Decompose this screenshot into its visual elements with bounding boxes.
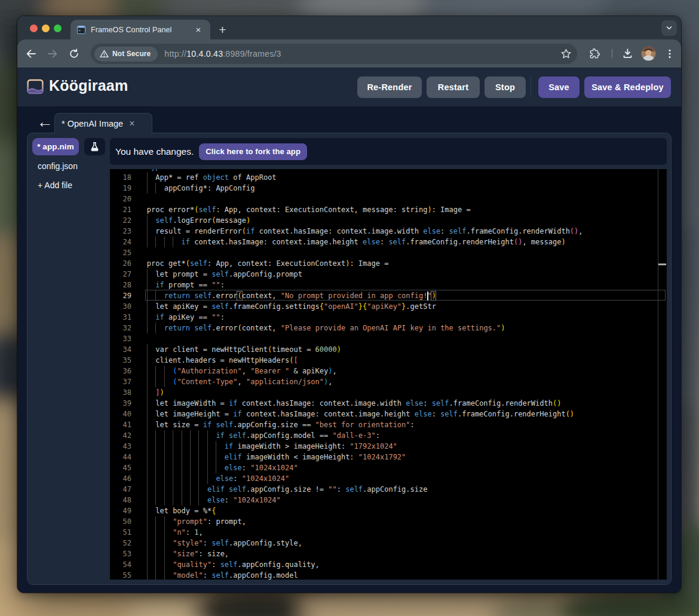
debug-flask-button[interactable]	[84, 138, 105, 155]
code-line[interactable]: 28 if prompt == "":	[110, 280, 667, 290]
code-line[interactable]: 25	[110, 247, 667, 258]
line-number[interactable]: 25	[110, 247, 131, 258]
line-number[interactable]: 23	[110, 226, 131, 237]
tab-search-button[interactable]	[661, 20, 677, 36]
line-number[interactable]: 27	[110, 269, 131, 280]
line-number[interactable]: 36	[110, 366, 131, 376]
bookmark-button[interactable]	[560, 48, 572, 60]
code-line[interactable]: 49 let body = %*{	[110, 505, 667, 516]
line-number[interactable]: 21	[110, 204, 131, 215]
line-number[interactable]: 18	[110, 172, 131, 183]
line-number[interactable]: 24	[110, 237, 131, 247]
code-line[interactable]: 34 var client = newHttpClient(timeout = …	[110, 344, 667, 355]
code-line[interactable]: 27 let prompt = self.appConfig.prompt	[110, 269, 667, 280]
code-line[interactable]: 48 else: "1024x1024"	[110, 495, 667, 505]
code-line[interactable]: 21proc error*(self: App, context: Execut…	[110, 204, 667, 215]
back-button[interactable]	[21, 39, 41, 68]
line-number[interactable]: 52	[110, 538, 131, 548]
code-line[interactable]: 18 App* = ref object of AppRoot	[110, 172, 667, 183]
code-line[interactable]: 54 "quality": self.appConfig.quality,	[110, 559, 667, 570]
line-number[interactable]: 19	[110, 183, 131, 194]
code-line[interactable]: 31 if apiKey == "":	[110, 312, 667, 323]
code-line[interactable]: 39 let imageWidth = if context.hasImage:…	[110, 398, 667, 409]
line-number[interactable]: 32	[110, 323, 131, 333]
not-secure-badge[interactable]: Not Secure	[94, 47, 158, 62]
line-number[interactable]: 45	[110, 462, 131, 473]
line-number[interactable]: 55	[110, 570, 131, 580]
line-number[interactable]: 31	[110, 312, 131, 323]
code-line[interactable]: 42 if self.appConfig.model == "dall-e-3"…	[110, 430, 667, 441]
browser-tab[interactable]: > FrameOS Control Panel ×	[70, 20, 210, 39]
reload-button[interactable]	[64, 39, 84, 68]
line-number[interactable]: 40	[110, 409, 131, 419]
forward-button[interactable]	[42, 39, 63, 68]
file-tab-app-nim[interactable]: * app.nim	[32, 138, 79, 155]
code-line[interactable]: 53 "size": size,	[110, 548, 667, 559]
code-line[interactable]: 50 "prompt": prompt,	[110, 516, 667, 527]
line-number[interactable]: 30	[110, 301, 131, 312]
zoom-window-button[interactable]	[54, 24, 62, 32]
code-editor[interactable]: 17type18 App* = ref object of AppRoot19 …	[110, 169, 667, 580]
new-tab-button[interactable]: +	[213, 20, 232, 39]
address-bar[interactable]: Not Secure http://10.4.0.43:8989/frames/…	[91, 44, 577, 64]
line-number[interactable]: 46	[110, 473, 131, 484]
code-line[interactable]: 38 ])	[110, 387, 667, 398]
line-number[interactable]: 41	[110, 419, 131, 430]
line-number[interactable]: 20	[110, 194, 131, 204]
file-item-config-json[interactable]: config.json	[38, 161, 78, 171]
tab-close-icon[interactable]: ×	[194, 25, 203, 35]
line-number[interactable]: 35	[110, 355, 131, 366]
code-line[interactable]: 46 else: "1024x1024"	[110, 473, 667, 484]
line-number[interactable]: 33	[110, 333, 131, 344]
extensions-button[interactable]	[585, 45, 603, 63]
downloads-button[interactable]	[618, 45, 636, 63]
code-line[interactable]: 45 else: "1024x1024"	[110, 462, 667, 473]
line-number[interactable]: 44	[110, 452, 131, 462]
line-number[interactable]: 29	[110, 290, 131, 301]
line-number[interactable]: 26	[110, 258, 131, 269]
line-number[interactable]: 37	[110, 376, 131, 387]
code-line[interactable]: 40 let imageHeight = if context.hasImage…	[110, 409, 667, 419]
line-number[interactable]: 22	[110, 215, 131, 226]
line-number[interactable]: 49	[110, 505, 131, 516]
stop-button[interactable]: Stop	[485, 76, 526, 98]
code-line[interactable]: 20	[110, 194, 667, 204]
code-line[interactable]: 19 appConfig*: AppConfig	[110, 183, 667, 194]
fork-app-button[interactable]: Click here to fork the app	[199, 143, 307, 160]
line-number[interactable]: 50	[110, 516, 131, 527]
line-number[interactable]: 42	[110, 430, 131, 441]
code-line[interactable]: 24 if context.hasImage: context.image.he…	[110, 237, 667, 247]
code-line[interactable]: 32 return self.error(context, "Please pr…	[110, 323, 667, 333]
code-line[interactable]: 51 "n": 1,	[110, 527, 667, 538]
line-number[interactable]: 53	[110, 548, 131, 559]
line-number[interactable]: 48	[110, 495, 131, 505]
line-number[interactable]: 51	[110, 527, 131, 538]
code-line[interactable]: 33	[110, 333, 667, 344]
code-line[interactable]: 47 elif self.appConfig.size != "": self.…	[110, 484, 667, 495]
add-file-button[interactable]: + Add file	[38, 180, 72, 190]
line-number[interactable]: 54	[110, 559, 131, 570]
re-render-button[interactable]: Re-Render	[357, 76, 422, 98]
line-number[interactable]: 39	[110, 398, 131, 409]
doc-tab-close-icon[interactable]: ×	[129, 119, 134, 128]
code-line[interactable]: 36 ("Authorization", "Bearer " & apiKey)…	[110, 366, 667, 376]
profile-avatar[interactable]	[639, 45, 657, 63]
code-line[interactable]: 43 if imageWidth > imageHeight: "1792x10…	[110, 441, 667, 452]
restart-button[interactable]: Restart	[427, 76, 480, 98]
code-line[interactable]: 37 ("Content-Type", "application/json"),	[110, 376, 667, 387]
save-button[interactable]: Save	[538, 76, 580, 98]
code-line[interactable]: 44 elif imageWidth < imageHeight: "1024x…	[110, 452, 667, 462]
code-line[interactable]: 41 let size = if self.appConfig.size == …	[110, 419, 667, 430]
save-redeploy-button[interactable]: Save & Redeploy	[584, 76, 671, 98]
code-line[interactable]: 35 client.headers = newHttpHeaders([	[110, 355, 667, 366]
line-number[interactable]: 47	[110, 484, 131, 495]
doc-tab-openai-image[interactable]: * OpenAI Image ×	[54, 113, 152, 133]
line-number[interactable]: 43	[110, 441, 131, 452]
line-number[interactable]: 28	[110, 280, 131, 290]
code-line[interactable]: 26proc get*(self: App, context: Executio…	[110, 258, 667, 269]
line-number[interactable]: 34	[110, 344, 131, 355]
code-line[interactable]: 52 "style": self.appConfig.style,	[110, 538, 667, 548]
code-line[interactable]: 22 self.logError(message)	[110, 215, 667, 226]
browser-menu-button[interactable]	[661, 45, 679, 63]
line-number[interactable]: 38	[110, 387, 131, 398]
